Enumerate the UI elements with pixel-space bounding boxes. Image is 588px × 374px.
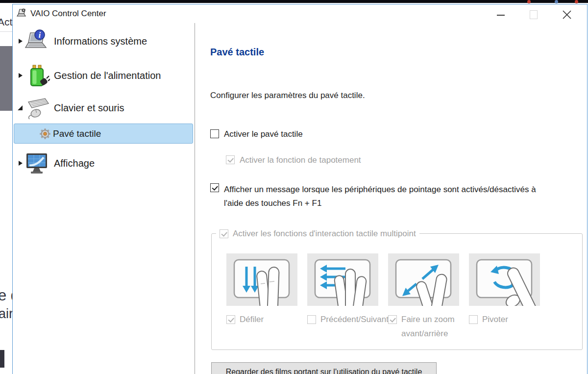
sidebar-item-informations-systeme[interactable]: i Informations système: [14, 24, 194, 58]
gesture-option-pivoter: Pivoter: [469, 312, 540, 326]
precedent-suivant-checkbox: [307, 315, 316, 324]
gesture-option-defiler: Défiler: [226, 312, 297, 326]
sidebar-divider: [195, 23, 195, 374]
multitouch-groupbox: Activer les fonctions d'interaction tact…: [211, 233, 583, 350]
titlebar[interactable]: VAIO Control Center: [13, 4, 587, 24]
activer-tapotement-checkbox: [226, 155, 235, 164]
option-activer-pave-tactile: Activer le pavé tactile: [210, 129, 303, 140]
sidebar-item-label[interactable]: Gestion de l'alimentation: [54, 70, 161, 81]
sidebar-item-label[interactable]: Pavé tactile: [53, 128, 101, 139]
option-label[interactable]: Activer le pavé tactile: [224, 129, 303, 140]
close-button[interactable]: [562, 9, 572, 20]
svg-text:i: i: [39, 31, 41, 39]
back-forward-gesture-icon: [307, 253, 378, 306]
scroll-gesture-icon: [226, 253, 297, 306]
vaio-laptop-icon: [17, 8, 27, 19]
gesture-label: Pivoter: [482, 312, 540, 326]
watch-movies-button[interactable]: Regarder des films portant sur l'utilisa…: [211, 362, 437, 374]
sidebar-item-label[interactable]: Informations système: [54, 36, 147, 47]
gesture-option-precedent-suivant: Précédent/Suivant: [307, 312, 378, 326]
chevron-collapsed-icon[interactable]: [19, 73, 23, 78]
sidebar-item-affichage[interactable]: Affichage: [14, 146, 194, 181]
sidebar-item-pave-tactile-selected[interactable]: Pavé tactile: [14, 124, 193, 144]
gesture-label: Précédent/Suivant: [320, 312, 378, 326]
sidebar-item-clavier-et-souris[interactable]: Clavier et souris: [14, 93, 194, 123]
legend-label: Activer les fonctions d'interaction tact…: [233, 229, 416, 239]
multitouch-groupbox-legend: Activer les fonctions d'interaction tact…: [216, 229, 419, 239]
defiler-checkbox: [226, 315, 235, 324]
option-label: Activer la fonction de tapotement: [240, 155, 361, 166]
sidebar-item-label[interactable]: Affichage: [54, 158, 95, 169]
background-red-dot-icon: [527, 0, 531, 3]
option-activer-tapotement: Activer la fonction de tapotement: [226, 155, 361, 166]
background-text-fragment: air: [0, 306, 13, 322]
option-label[interactable]: Afficher un message lorsque les périphér…: [224, 183, 548, 210]
zoom-checkbox: [388, 315, 397, 324]
gesture-label: Défiler: [240, 312, 297, 326]
zoom-gesture-icon: [388, 253, 459, 306]
pivoter-checkbox: [469, 315, 478, 324]
background-gray-block: [0, 46, 12, 111]
activer-pave-tactile-checkbox[interactable]: [210, 129, 219, 138]
gesture-label: Faire un zoom avant/arrière: [401, 312, 459, 341]
screen: { "titlebar": { "title": "VAIO Control C…: [0, 0, 588, 374]
background-browser-bar: [0, 0, 588, 3]
page-title: Pavé tactile: [210, 47, 264, 58]
chevron-expanded-icon[interactable]: [18, 105, 23, 110]
keyboard-mouse-icon: [24, 95, 50, 121]
window-title: VAIO Control Center: [30, 9, 106, 19]
maximize-button[interactable]: [530, 10, 538, 19]
power-management-icon: [24, 63, 50, 88]
display-icon: [24, 150, 50, 176]
background-red-dot-icon: [575, 0, 578, 3]
rotate-gesture-icon: [469, 253, 540, 306]
multitouch-enable-checkbox: [220, 229, 228, 238]
chevron-collapsed-icon[interactable]: [19, 39, 23, 44]
afficher-message-checkbox[interactable]: [210, 183, 219, 192]
background-blue-dot-icon: [555, 0, 558, 3]
option-afficher-message: Afficher un message lorsque les périphér…: [210, 183, 548, 210]
sidebar-item-label[interactable]: Clavier et souris: [54, 102, 124, 114]
background-dark-square: [0, 350, 4, 368]
page-description: Configurer les paramètres du pavé tactil…: [210, 91, 365, 100]
minimize-button[interactable]: [497, 15, 505, 16]
system-info-icon: i: [24, 28, 50, 54]
sidebar-item-gestion-alimentation[interactable]: Gestion de l'alimentation: [14, 58, 194, 93]
gesture-option-zoom: Faire un zoom avant/arrière: [388, 312, 459, 341]
background-divider: [0, 31, 12, 32]
chevron-collapsed-icon[interactable]: [19, 161, 23, 166]
gear-icon: [40, 128, 50, 139]
vaio-control-center-window: VAIO Control Center i Informations systè…: [12, 4, 588, 374]
